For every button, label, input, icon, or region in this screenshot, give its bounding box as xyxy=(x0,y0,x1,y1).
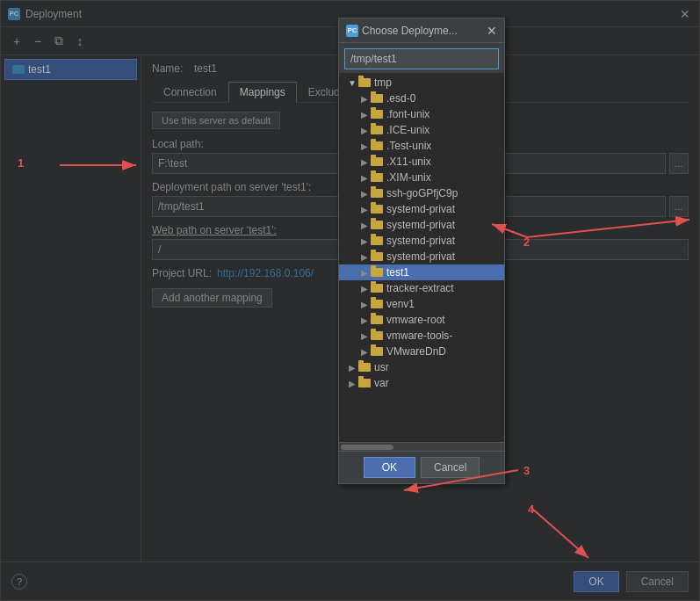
tree-node-systemd4[interactable]: ▶ systemd-privat xyxy=(339,249,504,264)
tree-arrow-tracker: ▶ xyxy=(358,284,371,293)
path-input-row xyxy=(339,43,504,73)
tree-label-x11-unix: .X11-unix xyxy=(386,156,431,168)
tree-arrow-ice-unix: ▶ xyxy=(358,126,371,135)
choose-app-icon: PC xyxy=(346,25,358,37)
folder-icon-usr xyxy=(358,363,371,372)
tree-label-test-unix: .Test-unix xyxy=(386,140,431,152)
folder-icon-xim-unix xyxy=(371,173,383,182)
tree-node-ssh[interactable]: ▶ ssh-goGPfjC9p xyxy=(339,185,504,201)
tree-arrow-font-unix: ▶ xyxy=(358,110,371,119)
tree-arrow-tmp: ▼ xyxy=(346,78,358,88)
folder-icon-test-unix xyxy=(371,141,383,150)
tree-arrow-x11-unix: ▶ xyxy=(358,157,371,167)
tree-node-esd0[interactable]: ▶ .esd-0 xyxy=(339,91,504,106)
tree-node-test-unix[interactable]: ▶ .Test-unix xyxy=(339,138,504,154)
choose-title-left: PC Choose Deployme... xyxy=(346,25,458,37)
tree-label-var: var xyxy=(374,377,389,389)
tree-label-systemd3: systemd-privat xyxy=(386,235,455,247)
tree-label-esd0: .esd-0 xyxy=(386,92,415,105)
folder-icon-systemd3 xyxy=(371,236,383,245)
folder-icon-systemd2 xyxy=(371,221,383,229)
tree-node-xim-unix[interactable]: ▶ .XIM-unix xyxy=(339,170,504,185)
tree-node-vmwarednd[interactable]: ▶ VMwareDnD xyxy=(339,344,504,359)
tree-arrow-vmwarednd: ▶ xyxy=(358,347,371,357)
tree-arrow-systemd1: ▶ xyxy=(358,205,371,214)
directory-tree[interactable]: ▼ tmp ▶ .esd-0 ▶ .font-unix ▶ .ICE-unix … xyxy=(339,73,504,442)
folder-icon-vmware-tools xyxy=(371,331,383,340)
tree-node-systemd2[interactable]: ▶ systemd-privat xyxy=(339,217,504,233)
folder-icon-var xyxy=(358,379,371,387)
folder-icon-x11-unix xyxy=(371,157,383,166)
tree-node-var[interactable]: ▶ var xyxy=(339,375,504,391)
tree-label-font-unix: .font-unix xyxy=(386,108,429,120)
tree-node-usr[interactable]: ▶ usr xyxy=(339,359,504,375)
folder-icon-ssh xyxy=(371,189,383,198)
folder-icon-ice-unix xyxy=(371,126,383,134)
tree-arrow-vmware-tools: ▶ xyxy=(358,331,371,341)
tree-label-vmware-root: vmware-root xyxy=(386,314,445,326)
tree-arrow-test-unix: ▶ xyxy=(358,141,371,151)
horizontal-scrollbar[interactable] xyxy=(339,442,504,451)
tree-arrow-vmware-root: ▶ xyxy=(358,315,371,325)
tree-arrow-ssh: ▶ xyxy=(358,189,371,199)
folder-icon-vmware-root xyxy=(371,315,383,324)
choose-title-bar: PC Choose Deployme... ✕ xyxy=(339,18,504,43)
tree-label-vmware-tools: vmware-tools- xyxy=(386,329,452,342)
tree-label-usr: usr xyxy=(374,361,389,373)
tree-node-x11-unix[interactable]: ▶ .X11-unix xyxy=(339,154,504,170)
h-scrollbar-thumb[interactable] xyxy=(341,445,393,450)
folder-icon-tmp xyxy=(358,78,371,87)
folder-icon-vmwarednd xyxy=(371,347,383,356)
tree-label-tmp: tmp xyxy=(374,76,392,89)
choose-dialog-footer: OK Cancel xyxy=(339,451,504,483)
tree-label-systemd2: systemd-privat xyxy=(386,219,455,231)
folder-icon-venv1 xyxy=(371,300,383,308)
tree-node-tmp[interactable]: ▼ tmp xyxy=(339,75,504,91)
folder-icon-tracker xyxy=(371,284,383,293)
path-input[interactable] xyxy=(344,48,499,69)
choose-deployment-dialog: PC Choose Deployme... ✕ ▼ tmp ▶ .esd-0 ▶… xyxy=(338,18,505,484)
choose-close-button[interactable]: ✕ xyxy=(487,24,497,38)
tree-label-ssh: ssh-goGPfjC9p xyxy=(386,187,458,199)
choose-cancel-button[interactable]: Cancel xyxy=(421,457,480,478)
choose-title-text: Choose Deployme... xyxy=(362,25,458,37)
tree-node-vmware-tools[interactable]: ▶ vmware-tools- xyxy=(339,328,504,344)
choose-ok-button[interactable]: OK xyxy=(364,457,415,478)
tree-label-venv1: venv1 xyxy=(386,298,415,310)
tree-arrow-usr: ▶ xyxy=(346,363,358,373)
tree-arrow-systemd3: ▶ xyxy=(358,236,371,246)
tree-label-tracker: tracker-extract xyxy=(386,282,454,294)
tree-node-tracker[interactable]: ▶ tracker-extract xyxy=(339,280,504,296)
tree-label-ice-unix: .ICE-unix xyxy=(386,124,429,136)
folder-icon-test1 xyxy=(371,268,383,277)
tree-arrow-systemd2: ▶ xyxy=(358,221,371,230)
tree-arrow-test1: ▶ xyxy=(358,268,371,278)
folder-icon-font-unix xyxy=(371,110,383,119)
tree-arrow-xim-unix: ▶ xyxy=(358,173,371,183)
tree-label-test1: test1 xyxy=(386,266,409,279)
tree-node-font-unix[interactable]: ▶ .font-unix xyxy=(339,106,504,122)
tree-arrow-esd0: ▶ xyxy=(358,94,371,104)
tree-arrow-systemd4: ▶ xyxy=(358,252,371,262)
folder-icon-esd0 xyxy=(371,94,383,103)
tree-label-systemd1: systemd-privat xyxy=(386,203,455,215)
tree-node-systemd1[interactable]: ▶ systemd-privat xyxy=(339,201,504,217)
tree-node-test1[interactable]: ▶ test1 xyxy=(339,264,504,280)
tree-node-venv1[interactable]: ▶ venv1 xyxy=(339,296,504,312)
tree-label-vmwarednd: VMwareDnD xyxy=(386,345,446,358)
tree-label-systemd4: systemd-privat xyxy=(386,250,455,263)
tree-arrow-venv1: ▶ xyxy=(358,300,371,309)
tree-node-vmware-root[interactable]: ▶ vmware-root xyxy=(339,312,504,328)
tree-node-ice-unix[interactable]: ▶ .ICE-unix xyxy=(339,122,504,138)
tree-label-xim-unix: .XIM-unix xyxy=(386,171,431,184)
folder-icon-systemd4 xyxy=(371,252,383,261)
folder-icon-systemd1 xyxy=(371,205,383,214)
tree-node-systemd3[interactable]: ▶ systemd-privat xyxy=(339,233,504,249)
tree-arrow-var: ▶ xyxy=(346,379,358,388)
